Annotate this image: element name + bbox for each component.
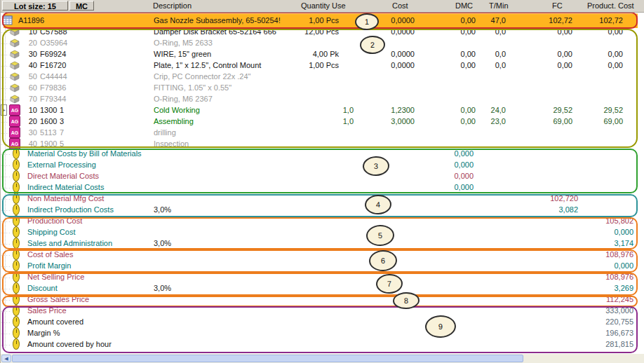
operation-row[interactable]: ····AG2016003Assembling1,03,00000,0023,0… xyxy=(1,116,644,127)
material-row[interactable]: ····20O35964O-Ring, M5 2633 xyxy=(1,37,644,48)
cost-center-group: 1 xyxy=(60,104,64,116)
summary-row[interactable]: ····Sales and Administration3,0%3,174 xyxy=(1,238,644,249)
product-cost-cell: 29,52 xyxy=(603,104,623,116)
summary-value: 102,720 xyxy=(550,193,578,204)
description: Gas Nozzle Subassembly, 65-50254! xyxy=(154,15,281,26)
cost-center-group: 7 xyxy=(60,127,64,138)
column-header-quantity-use[interactable]: Quantity Use xyxy=(301,1,346,11)
work-center: 5113 xyxy=(40,127,57,138)
summary-label: Margin % xyxy=(27,327,60,338)
summary-value: 112,245 xyxy=(606,294,633,305)
costing-window: Lot size: 15 MC DescriptionQuantity UseC… xyxy=(0,0,644,363)
column-header-description[interactable]: Description xyxy=(153,1,192,11)
summary-value: 0,000 xyxy=(454,159,474,170)
summary-row[interactable]: ····Material Costs by Bill of Materials0… xyxy=(1,148,644,159)
description: Plate, 1" x 12.5", Control Mount xyxy=(154,60,261,71)
scrollbar-thumb[interactable] xyxy=(12,355,523,362)
summary-row[interactable]: ····Margin %196,673 xyxy=(1,327,644,338)
summary-label: Net Selling Price xyxy=(27,271,84,282)
quantity-cell: 12,00 Pcs xyxy=(304,26,339,37)
summary-row[interactable]: ····Shipping Cost0,000 xyxy=(1,226,644,238)
summary-row[interactable]: ····Discount3,0%3,269 xyxy=(1,282,644,294)
summary-label: Cost of Sales xyxy=(27,249,73,260)
summary-label: Amount covered by hour xyxy=(27,338,112,350)
summary-row[interactable]: ····Indirect Production Costs3,0%3,082 xyxy=(1,204,644,215)
lot-size-button[interactable]: Lot size: 15 xyxy=(2,1,68,11)
item-number: 10 xyxy=(25,26,37,37)
summary-label: Shipping Cost xyxy=(27,226,76,238)
fc-cell: 102,72 xyxy=(549,15,572,26)
cost-item-icon xyxy=(13,249,20,260)
summary-row[interactable]: ····Gross Sales Price112,245 xyxy=(1,294,644,305)
material-row[interactable]: ····40F16720Plate, 1" x 12.5", Control M… xyxy=(1,60,644,71)
summary-value: 105,802 xyxy=(605,215,633,226)
horizontal-scrollbar[interactable]: ◀ xyxy=(1,354,644,363)
fc-cell: 69,00 xyxy=(553,116,572,127)
summary-value: 3,269 xyxy=(614,282,633,294)
cost-item-icon xyxy=(13,159,20,170)
description: Crip, PC Connector 22x .24" xyxy=(154,71,250,82)
summary-row[interactable]: ····External Processing0,000 xyxy=(1,159,644,170)
material-row[interactable]: ····30F69924WIRE, 15" green4,00 Pk0,0000… xyxy=(1,48,644,60)
material-row[interactable]: ····50C44444Crip, PC Connector 22x .24" xyxy=(1,71,644,82)
item-number: 50 xyxy=(25,71,37,82)
description: O-Ring, M6 2367 xyxy=(154,93,213,104)
cost-item-icon xyxy=(13,204,20,215)
subassembly-table-icon xyxy=(2,15,13,27)
summary-row[interactable]: ····Amount covered220,755 xyxy=(1,316,644,327)
part-number: C44444 xyxy=(40,71,67,82)
column-header-cost[interactable]: Cost xyxy=(392,1,408,11)
item-number: 20 xyxy=(25,37,37,48)
fc-cell: 29,52 xyxy=(553,104,572,116)
material-row[interactable]: ····60F79836FITTING, 1.05" x 0.55" xyxy=(1,82,644,93)
summary-row[interactable]: ····Non Material Mfg Cost102,720 xyxy=(1,193,644,204)
item-number: 60 xyxy=(25,82,37,93)
summary-label: Material Costs by Bill of Materials xyxy=(27,148,142,159)
summary-row[interactable]: ····Sales Price333,000 xyxy=(1,305,644,316)
selected-subassembly-row[interactable]: A11896Gas Nozzle Subassembly, 65-50254!1… xyxy=(1,15,644,26)
material-row[interactable]: ····70F79344O-Ring, M6 2367 xyxy=(1,93,644,104)
summary-row[interactable]: ····Cost of Sales108,976 xyxy=(1,249,644,260)
operation-row[interactable]: +····AG1013001Cold Working1,01,23000,002… xyxy=(1,104,644,116)
cost-item-icon xyxy=(13,305,20,316)
summary-row[interactable]: ····Indirect Material Costs0,000 xyxy=(1,182,644,193)
column-header-t-min[interactable]: T/Min xyxy=(489,1,509,11)
summary-value: 3,082 xyxy=(558,204,578,215)
summary-label: Indirect Material Costs xyxy=(27,182,104,193)
summary-label: Sales Price xyxy=(27,305,67,316)
summary-row[interactable]: ····Net Selling Price108,976 xyxy=(1,271,644,282)
tmin-cell: 23,0 xyxy=(491,116,506,127)
cost-item-icon xyxy=(13,170,20,182)
cost-item-icon xyxy=(13,282,20,294)
dmc-cell: 0,00 xyxy=(461,60,476,71)
summary-value: 0,000 xyxy=(614,226,633,238)
material-row[interactable]: ····10C57588Damper Disk Bracket 65-52164… xyxy=(1,26,644,37)
tmin-cell: 24,0 xyxy=(491,104,506,116)
cost-item-icon xyxy=(13,182,20,193)
summary-row[interactable]: ····Direct Material Costs0,000 xyxy=(1,170,644,182)
cost-cell: 3,0000 xyxy=(391,116,415,127)
column-header-product-cost[interactable]: Product. Cost xyxy=(587,1,634,11)
quantity-cell: 1,0 xyxy=(343,104,354,116)
item-number: 30 xyxy=(25,48,37,60)
material-box-icon xyxy=(9,94,20,105)
cost-item-icon xyxy=(13,238,20,249)
summary-row[interactable]: ····Profit Margin0,000 xyxy=(1,260,644,271)
column-header-fc[interactable]: FC xyxy=(552,1,563,11)
operation-row[interactable]: ····AG3051137drilling xyxy=(1,127,644,138)
summary-label: Gross Sales Price xyxy=(27,294,89,305)
column-header-dmc[interactable]: DMC xyxy=(455,1,473,11)
scroll-left-arrow-icon[interactable]: ◀ xyxy=(1,355,11,362)
summary-label: External Processing xyxy=(27,159,96,170)
tree-dots-icon: ···· xyxy=(1,340,11,351)
summary-row[interactable]: ····Amount covered by hour281,815 xyxy=(1,338,644,350)
cost-item-icon xyxy=(13,338,20,350)
quantity-cell: 1,00 Pcs xyxy=(309,15,339,26)
summary-value: 0,000 xyxy=(454,182,474,193)
fc-cell: 0,00 xyxy=(558,60,572,71)
mc-button[interactable]: MC xyxy=(69,1,94,11)
expander-icon[interactable]: + xyxy=(1,104,7,116)
cost-cell: 0,0000 xyxy=(391,15,415,26)
summary-row[interactable]: ····Production Cost105,802 xyxy=(1,215,644,226)
summary-value: 108,976 xyxy=(605,271,633,282)
